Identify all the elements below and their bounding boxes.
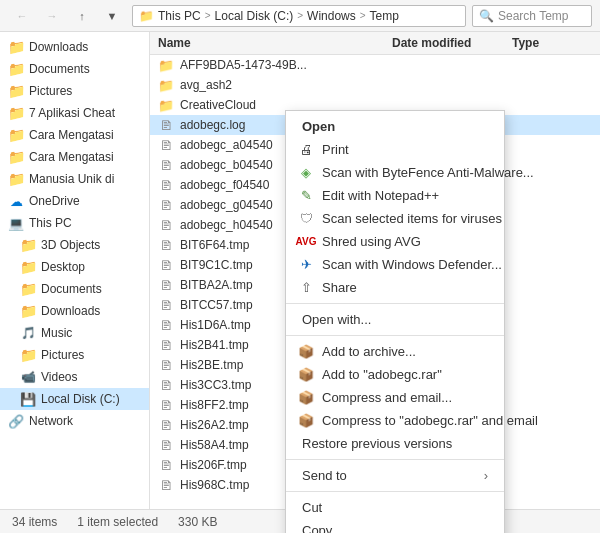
list-item[interactable]: 📁 avg_ash2 bbox=[150, 75, 600, 95]
sidebar-item-label: Pictures bbox=[29, 84, 72, 98]
ctx-item-open[interactable]: Open bbox=[286, 115, 504, 138]
ctx-item-add-archive[interactable]: 📦 Add to archive... bbox=[286, 340, 504, 363]
file-icon: 🖹 bbox=[158, 357, 174, 373]
sidebar-item-label: Downloads bbox=[41, 304, 100, 318]
sidebar-item-pictures[interactable]: 📁 Pictures bbox=[0, 80, 149, 102]
file-list-header: Name Date modified Type bbox=[150, 32, 600, 55]
recent-button[interactable]: ▼ bbox=[98, 2, 126, 30]
file-icon: 🖹 bbox=[158, 237, 174, 253]
file-icon: 🖹 bbox=[158, 297, 174, 313]
sidebar-item-label: Desktop bbox=[41, 260, 85, 274]
sidebar-item-desktop[interactable]: 📁 Desktop bbox=[0, 256, 149, 278]
sidebar-item-documents2[interactable]: 📁 Documents bbox=[0, 278, 149, 300]
sidebar-item-documents[interactable]: 📁 Documents bbox=[0, 58, 149, 80]
sidebar-item-downloads2[interactable]: 📁 Downloads bbox=[0, 300, 149, 322]
sidebar-item-music[interactable]: 🎵 Music bbox=[0, 322, 149, 344]
header-type[interactable]: Type bbox=[512, 36, 592, 50]
folder-icon: 📁 bbox=[20, 281, 36, 297]
file-icon: 🖹 bbox=[158, 157, 174, 173]
ctx-item-cut[interactable]: Cut bbox=[286, 496, 504, 519]
back-button[interactable]: ← bbox=[8, 2, 36, 30]
videos-icon: 📹 bbox=[20, 369, 36, 385]
ctx-label-open-with: Open with... bbox=[302, 312, 371, 327]
address-bar[interactable]: 📁 This PC > Local Disk (C:) > Windows > … bbox=[132, 5, 466, 27]
sidebar-item-cara1[interactable]: 📁 Cara Mengatasi bbox=[0, 124, 149, 146]
ctx-label-compress-rar-email: Compress to "adobegc.rar" and email bbox=[322, 413, 538, 428]
onedrive-icon: ☁ bbox=[8, 193, 24, 209]
sidebar-item-7aplikasi[interactable]: 📁 7 Aplikasi Cheat bbox=[0, 102, 149, 124]
ctx-item-scan-viruses[interactable]: 🛡 Scan selected items for viruses bbox=[286, 207, 504, 230]
compress-icon: 📦 bbox=[298, 390, 314, 406]
ctx-label-copy: Copy bbox=[302, 523, 332, 533]
sidebar-item-label: Downloads bbox=[29, 40, 88, 54]
folder-icon: 📁 bbox=[8, 149, 24, 165]
folder-icon: 📁 bbox=[158, 97, 174, 113]
ctx-label-defender: Scan with Windows Defender... bbox=[322, 257, 502, 272]
sidebar-item-onedrive[interactable]: ☁ OneDrive bbox=[0, 190, 149, 212]
sidebar-item-videos[interactable]: 📹 Videos bbox=[0, 366, 149, 388]
ctx-label-scan-viruses: Scan selected items for viruses bbox=[322, 211, 502, 226]
defender-icon: ✈ bbox=[298, 257, 314, 273]
separator bbox=[286, 459, 504, 460]
thispc-icon: 💻 bbox=[8, 215, 24, 231]
ctx-item-compress-email[interactable]: 📦 Compress and email... bbox=[286, 386, 504, 409]
ctx-label-shred-avg: Shred using AVG bbox=[322, 234, 421, 249]
ctx-item-share[interactable]: ⇧ Share bbox=[286, 276, 504, 299]
sidebar-item-downloads[interactable]: 📁 Downloads bbox=[0, 36, 149, 58]
file-icon: 🖹 bbox=[158, 397, 174, 413]
sidebar-item-cara2[interactable]: 📁 Cara Mengatasi bbox=[0, 146, 149, 168]
ctx-item-bytefence[interactable]: ◈ Scan with ByteFence Anti-Malware... bbox=[286, 161, 504, 184]
sidebar-item-thispc[interactable]: 💻 This PC bbox=[0, 212, 149, 234]
folder-icon: 📁 bbox=[139, 9, 154, 23]
folder-icon: 📁 bbox=[8, 83, 24, 99]
sep1: > bbox=[205, 10, 211, 21]
folder-icon: 📁 bbox=[20, 237, 36, 253]
sidebar-item-network[interactable]: 🔗 Network bbox=[0, 410, 149, 432]
folder-icon: 📁 bbox=[8, 127, 24, 143]
ctx-item-notepad[interactable]: ✎ Edit with Notepad++ bbox=[286, 184, 504, 207]
ctx-item-add-rar[interactable]: 📦 Add to "adobegc.rar" bbox=[286, 363, 504, 386]
file-icon: 🖹 bbox=[158, 437, 174, 453]
header-name[interactable]: Name bbox=[158, 36, 392, 50]
ctx-item-print[interactable]: 🖨 Print bbox=[286, 138, 504, 161]
forward-button[interactable]: → bbox=[38, 2, 66, 30]
notepad-icon: ✎ bbox=[298, 188, 314, 204]
file-icon: 🖹 bbox=[158, 217, 174, 233]
ctx-item-shred-avg[interactable]: AVG Shred using AVG bbox=[286, 230, 504, 253]
sidebar-item-manusia[interactable]: 📁 Manusia Unik di bbox=[0, 168, 149, 190]
sidebar-item-3dobjects[interactable]: 📁 3D Objects bbox=[0, 234, 149, 256]
ctx-label-notepad: Edit with Notepad++ bbox=[322, 188, 439, 203]
ctx-item-restore[interactable]: Restore previous versions bbox=[286, 432, 504, 455]
sidebar-item-label: Local Disk (C:) bbox=[41, 392, 120, 406]
search-bar[interactable]: 🔍 Search Temp bbox=[472, 5, 592, 27]
selected-count: 1 item selected bbox=[77, 515, 158, 529]
header-date[interactable]: Date modified bbox=[392, 36, 512, 50]
ctx-label-print: Print bbox=[322, 142, 349, 157]
file-icon: 🖹 bbox=[158, 317, 174, 333]
ctx-label-share: Share bbox=[322, 280, 357, 295]
file-icon: 🖹 bbox=[158, 457, 174, 473]
search-icon: 🔍 bbox=[479, 9, 494, 23]
ctx-item-open-with[interactable]: Open with... bbox=[286, 308, 504, 331]
compress-rar-icon: 📦 bbox=[298, 413, 314, 429]
drive-icon: 💾 bbox=[20, 391, 36, 407]
ctx-item-copy[interactable]: Copy bbox=[286, 519, 504, 533]
up-button[interactable]: ↑ bbox=[68, 2, 96, 30]
sidebar-item-label: Pictures bbox=[41, 348, 84, 362]
file-name: AFF9BDA5-1473-49B... bbox=[180, 58, 592, 72]
breadcrumb-windows: Windows bbox=[307, 9, 356, 23]
sidebar-item-pictures2[interactable]: 📁 Pictures bbox=[0, 344, 149, 366]
ctx-item-defender[interactable]: ✈ Scan with Windows Defender... bbox=[286, 253, 504, 276]
archive-icon: 📦 bbox=[298, 344, 314, 360]
file-icon: 🖹 bbox=[158, 197, 174, 213]
ctx-label-bytefence: Scan with ByteFence Anti-Malware... bbox=[322, 165, 534, 180]
folder-icon: 📁 bbox=[8, 39, 24, 55]
ctx-label-open: Open bbox=[302, 119, 335, 134]
list-item[interactable]: 📁 AFF9BDA5-1473-49B... bbox=[150, 55, 600, 75]
ctx-item-compress-rar-email[interactable]: 📦 Compress to "adobegc.rar" and email bbox=[286, 409, 504, 432]
sidebar-item-localdisk[interactable]: 💾 Local Disk (C:) bbox=[0, 388, 149, 410]
nav-buttons: ← → ↑ ▼ bbox=[8, 2, 126, 30]
ctx-item-send-to[interactable]: Send to › bbox=[286, 464, 504, 487]
context-menu: Open 🖨 Print ◈ Scan with ByteFence Anti-… bbox=[285, 110, 505, 533]
sidebar-item-label: 7 Aplikasi Cheat bbox=[29, 106, 115, 120]
